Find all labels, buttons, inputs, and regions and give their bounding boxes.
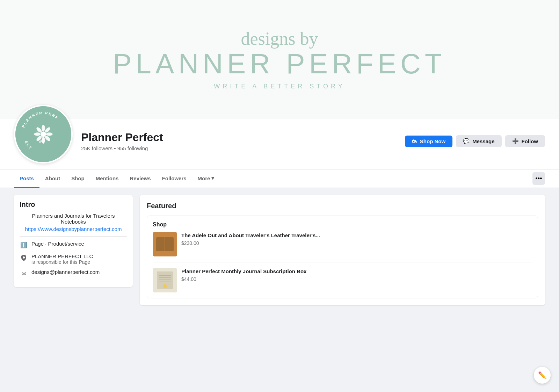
tab-mentions[interactable]: Mentions [90,170,124,188]
shop-section: Shop The Adele Out and About Traveler's … [147,216,538,298]
tab-followers-label: Followers [162,175,187,181]
intro-company-row: PLANNER PERFECT LLC is responsible for t… [20,253,127,265]
svg-point-13 [23,256,25,259]
svg-text:PLANNER PERF: PLANNER PERF [21,111,59,128]
intro-divider [20,236,127,237]
main-content: Intro Planners and Journals for Traveler… [0,188,559,312]
intro-page-type: Page · Product/service [31,241,84,247]
tab-about-label: About [45,175,60,181]
tab-posts-label: Posts [20,175,34,181]
tab-shop[interactable]: Shop [66,170,90,188]
intro-page-type-row: ℹ️ Page · Product/service [20,241,127,249]
tab-reviews[interactable]: Reviews [124,170,157,188]
svg-point-4 [46,132,53,136]
profile-info: Planner Perfect 25K followers • 955 foll… [81,131,405,151]
intro-email-row: ✉ designs@plannerperfect.com [20,269,127,277]
tab-more-label: More [198,175,210,181]
envelope-icon: ✉ [20,269,28,277]
messenger-icon: 💬 [463,138,470,144]
tab-shop-label: Shop [71,175,85,181]
dots-icon: ••• [536,175,542,182]
profile-name: Planner Perfect [81,131,405,144]
follow-label: Follow [522,138,538,144]
nav-tabs: Posts About Shop Mentions Reviews Follow… [0,169,559,188]
intro-website-link[interactable]: https://www.designsbyplannerperfect.com [20,226,127,232]
adele-product-image [153,232,177,256]
shop-bag-icon: 🛍 [412,138,417,144]
intro-company-info: PLANNER PERFECT LLC is responsible for t… [31,253,93,265]
avatar-ring-svg: PLANNER PERF ECT [15,106,71,162]
avatar: PLANNER PERF ECT [14,105,73,164]
tab-more[interactable]: More ▾ [192,169,220,188]
follow-plus-icon: ➕ [512,138,519,144]
left-column: Intro Planners and Journals for Traveler… [14,195,133,305]
intro-email: designs@plannerperfect.com [31,269,100,275]
info-icon: ℹ️ [20,241,28,249]
shop-now-label: Shop Now [420,138,445,144]
shield-icon [20,253,28,262]
message-button[interactable]: 💬 Message [456,135,501,147]
tab-about[interactable]: About [39,170,66,188]
shop-now-button[interactable]: 🛍 Shop Now [405,136,452,147]
tab-followers[interactable]: Followers [157,170,192,188]
follow-button[interactable]: ➕ Follow [505,135,545,147]
svg-point-10 [41,131,46,137]
svg-point-8 [34,132,41,136]
intro-title: Intro [20,201,127,209]
adele-item-name: The Adele Out and About Traveler's Leath… [181,232,532,239]
profile-section: PLANNER PERF ECT [0,119,559,169]
page-wrapper: designs by PLANNER PERFECT WRITE A BETTE… [0,0,559,312]
company-name: PLANNER PERFECT LLC [31,253,93,259]
adele-item-info: The Adele Out and About Traveler's Leath… [181,232,532,246]
cover-script-text: designs by [241,29,318,49]
shop-section-title: Shop [153,222,532,228]
chevron-down-icon: ▾ [211,175,214,181]
monthly-item-name: Planner Perfect Monthly Journal Subscrip… [181,268,532,275]
adele-item-price: $230.00 [181,240,532,246]
profile-stats: 25K followers • 955 following [81,145,405,151]
profile-actions: 🛍 Shop Now 💬 Message ➕ Follow [405,135,545,147]
nav-more-options-button[interactable]: ••• [532,172,545,185]
tab-reviews-label: Reviews [130,175,151,181]
tab-posts[interactable]: Posts [14,170,39,188]
following-count: 955 following [117,145,148,151]
right-column: Featured Shop The Adele [140,195,545,305]
stats-separator: • [114,145,116,151]
svg-point-2 [42,125,45,131]
responsible-text: is responsible for this Page [31,259,93,265]
monthly-product-image [153,268,177,292]
svg-text:ECT: ECT [24,140,33,150]
svg-point-23 [163,284,167,288]
featured-title: Featured [147,202,538,210]
message-label: Message [472,138,494,144]
tab-mentions-label: Mentions [96,175,119,181]
monthly-item-price: $44.00 [181,276,532,282]
avatar-inner: PLANNER PERF ECT [15,106,71,162]
cover-photo: designs by PLANNER PERFECT WRITE A BETTE… [0,0,559,119]
shop-item-adele[interactable]: The Adele Out and About Traveler's Leath… [153,232,532,262]
intro-card: Intro Planners and Journals for Traveler… [14,195,133,287]
cover-subtitle: WRITE A BETTER STORY [214,83,345,90]
intro-description: Planners and Journals for Travelers Note… [20,213,127,225]
shop-item-monthly[interactable]: Planner Perfect Monthly Journal Subscrip… [153,268,532,292]
cover-main-title: PLANNER PERFECT [113,50,446,78]
followers-count: 25K followers [81,145,112,151]
monthly-item-info: Planner Perfect Monthly Journal Subscrip… [181,268,532,282]
featured-card: Featured Shop The Adele [140,195,545,305]
